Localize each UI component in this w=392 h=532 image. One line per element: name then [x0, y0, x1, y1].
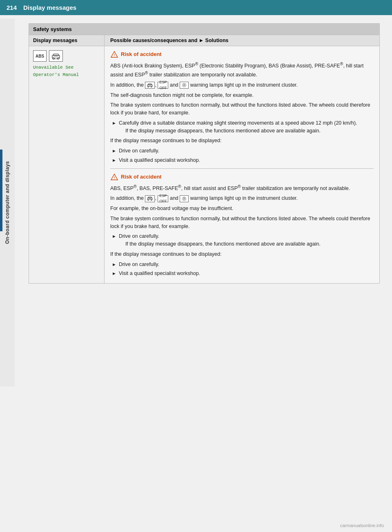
sub-bullet-2-1-1: If the display message disappears, the f…	[119, 240, 321, 248]
warning-heading-1: ! Risk of accident	[110, 50, 374, 58]
inline-esp-icon-1: ESPOFF	[158, 82, 168, 89]
page-number: 214	[7, 4, 17, 11]
final-bullet-1-2: ► Visit a qualified specialist workshop.	[110, 156, 374, 164]
display-line-1: Unavailable See	[33, 64, 100, 72]
table-data-row: ABS	[29, 46, 380, 284]
page-title: Display messages	[23, 4, 76, 11]
icon-row: ABS	[33, 50, 100, 62]
inline-car-icon-1	[145, 82, 155, 89]
bullet-arrow-icon: ►	[112, 120, 116, 136]
table-header-row: Display messages Possible causes/consequ…	[29, 35, 380, 46]
para-2-3: For example, the on-board voltage may be…	[110, 205, 374, 212]
svg-text:!: !	[114, 176, 115, 179]
bullet-arrow-icon-3: ►	[112, 157, 116, 164]
final-bullet-2-1: ► Drive on carefully.	[110, 261, 374, 268]
inline-circle-icon-1: Ⓡ	[180, 82, 189, 89]
para-2-2: In addition, the , ESPOFF and Ⓡ warning …	[110, 194, 374, 202]
col2-header-text: Possible causes/consequences and ► Solut…	[110, 38, 229, 43]
final-bullet-text-2-2: Visit a qualified specialist workshop.	[119, 270, 200, 277]
display-line-2: Operator's Manual	[33, 72, 100, 79]
para-1-1: ABS (Anti-lock Braking System), ESP® (El…	[110, 61, 374, 79]
table-section-title: Safety systems	[29, 24, 380, 35]
bullet-text-2-1: Drive on carefully. If the display messa…	[119, 232, 321, 249]
para-2-4: The brake system continues to function n…	[110, 215, 374, 230]
para-1-2: In addition, the , ESPOFF and Ⓡ warning …	[110, 81, 374, 89]
sidebar-label: On-board computer and displays	[4, 161, 10, 244]
bullet-1-1: ► Carefully drive a suitable distance ma…	[110, 119, 374, 136]
causes-cell: ! Risk of accident ABS (Anti-lock Brakin…	[105, 46, 380, 284]
after-bullets-1: If the display message continues to be d…	[110, 137, 374, 145]
svg-text:!: !	[114, 54, 115, 57]
para-1-3: The self-diagnosis function might not be…	[110, 92, 374, 99]
car-icon	[51, 52, 60, 60]
inline-car-icon-2	[145, 195, 155, 202]
bullet-arrow-icon-2: ►	[112, 148, 116, 155]
inline-circle-icon-2: Ⓡ	[180, 195, 189, 202]
svg-point-14	[151, 199, 152, 201]
after-bullets-2: If the display message continues to be d…	[110, 250, 374, 258]
warning-heading-2: ! Risk of accident	[110, 173, 374, 181]
abs-icon-box: ABS	[33, 50, 47, 62]
warning-label-2: Risk of accident	[121, 173, 162, 181]
warning-triangle-icon-1: !	[110, 50, 118, 58]
sub-bullet-1-1-1: If the display message disappears, the f…	[119, 127, 357, 135]
col-header-causes: Possible causes/consequences and ► Solut…	[105, 35, 380, 46]
main-content: Safety systems Display messages Possible…	[16, 15, 392, 296]
bullet-arrow-icon-4: ►	[112, 233, 116, 249]
final-bullet-text-1-1: Drive on carefully.	[119, 147, 159, 155]
bullet-text-1-1: Carefully drive a suitable distance maki…	[119, 119, 357, 136]
bullet-arrow-icon-5: ►	[112, 261, 116, 268]
bullet-arrow-icon-6: ►	[112, 270, 116, 277]
warning-label-1: Risk of accident	[121, 50, 162, 58]
bullet-2-1: ► Drive on carefully. If the display mes…	[110, 232, 374, 249]
section-divider	[110, 168, 374, 169]
table-title-row: Safety systems	[29, 24, 380, 35]
warning-triangle-icon-2: !	[110, 173, 118, 181]
svg-point-9	[151, 86, 152, 87]
sidebar-accent	[0, 150, 2, 231]
col-header-display: Display messages	[29, 35, 105, 46]
para-2-1: ABS, ESP®, BAS, PRE-SAFE®, hill start as…	[110, 183, 374, 192]
watermark: carmanualsonline.info	[340, 523, 384, 528]
display-code: Unavailable See Operator's Manual	[33, 64, 100, 78]
header-bar: 214 Display messages	[0, 0, 392, 15]
inline-esp-icon-2: ESPOFF	[158, 195, 168, 202]
abs-text: ABS	[36, 54, 44, 58]
section-1: ! Risk of accident ABS (Anti-lock Brakin…	[110, 50, 374, 164]
svg-point-13	[148, 199, 149, 201]
car-icon-box	[49, 50, 63, 62]
svg-point-8	[148, 86, 149, 87]
section-2: ! Risk of accident ABS, ESP®, BAS, PRE-S…	[110, 173, 374, 278]
final-bullet-1-1: ► Drive on carefully.	[110, 147, 374, 155]
display-messages-cell: ABS	[29, 46, 105, 284]
final-bullet-text-2-1: Drive on carefully.	[119, 261, 159, 268]
safety-table: Safety systems Display messages Possible…	[29, 23, 380, 284]
final-bullet-text-1-2: Visit a qualified specialist workshop.	[119, 156, 200, 164]
final-bullet-2-2: ► Visit a qualified specialist workshop.	[110, 270, 374, 277]
para-1-4: The brake system continues to function n…	[110, 101, 374, 117]
